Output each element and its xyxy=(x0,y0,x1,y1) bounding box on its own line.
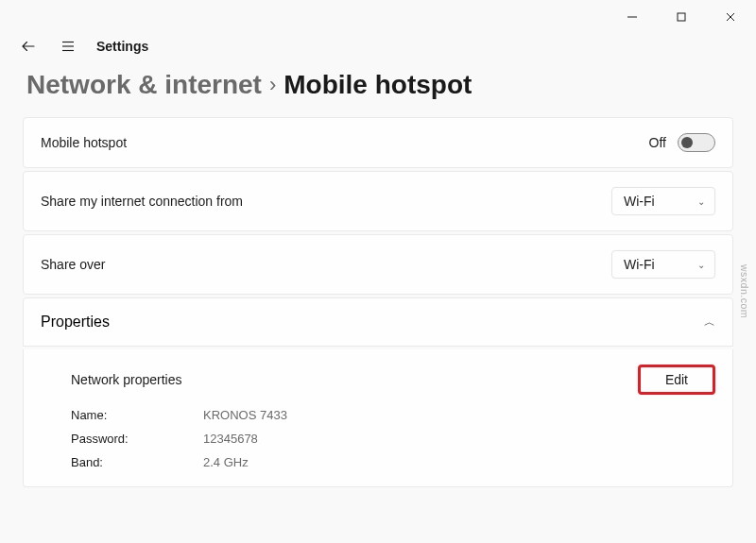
password-value: 12345678 xyxy=(203,432,715,446)
app-title: Settings xyxy=(96,39,148,54)
band-key: Band: xyxy=(71,455,203,469)
name-value: KRONOS 7433 xyxy=(203,408,715,422)
chevron-up-icon: ︿ xyxy=(704,314,715,331)
back-button[interactable] xyxy=(17,35,40,58)
breadcrumb: Network & internet › Mobile hotspot xyxy=(0,64,756,117)
name-key: Name: xyxy=(71,408,203,422)
minimize-button[interactable] xyxy=(610,2,654,32)
share-over-label: Share over xyxy=(41,257,105,272)
network-properties-label: Network properties xyxy=(71,372,182,387)
share-from-label: Share my internet connection from xyxy=(41,194,243,209)
share-from-dropdown[interactable]: Wi-Fi ⌄ xyxy=(611,187,715,215)
edit-button[interactable]: Edit xyxy=(638,365,715,395)
chevron-down-icon: ⌄ xyxy=(697,196,705,207)
mobile-hotspot-card: Mobile hotspot Off xyxy=(23,117,733,168)
share-over-value: Wi-Fi xyxy=(624,257,655,272)
menu-button[interactable] xyxy=(57,35,79,58)
mobile-hotspot-label: Mobile hotspot xyxy=(41,135,127,150)
toggle-state-text: Off xyxy=(649,135,666,150)
properties-expander[interactable]: Properties ︿ xyxy=(23,297,733,347)
close-button[interactable] xyxy=(709,2,752,32)
password-key: Password: xyxy=(71,432,203,446)
chevron-down-icon: ⌄ xyxy=(697,260,705,270)
breadcrumb-parent[interactable]: Network & internet xyxy=(26,70,262,100)
maximize-button[interactable] xyxy=(660,2,703,32)
watermark: wsxdn.com xyxy=(739,264,750,318)
share-from-value: Wi-Fi xyxy=(624,194,655,209)
share-over-dropdown[interactable]: Wi-Fi ⌄ xyxy=(611,250,715,279)
breadcrumb-current: Mobile hotspot xyxy=(284,70,472,100)
properties-label: Properties xyxy=(41,314,110,331)
share-connection-from-card: Share my internet connection from Wi-Fi … xyxy=(23,171,733,231)
band-value: 2.4 GHz xyxy=(203,455,715,469)
properties-body: Network properties Edit Name: KRONOS 743… xyxy=(23,349,733,487)
chevron-right-icon: › xyxy=(269,73,276,97)
mobile-hotspot-toggle[interactable] xyxy=(678,133,715,152)
share-over-card: Share over Wi-Fi ⌄ xyxy=(23,234,733,295)
svg-rect-1 xyxy=(678,13,685,21)
toggle-thumb xyxy=(681,137,693,148)
